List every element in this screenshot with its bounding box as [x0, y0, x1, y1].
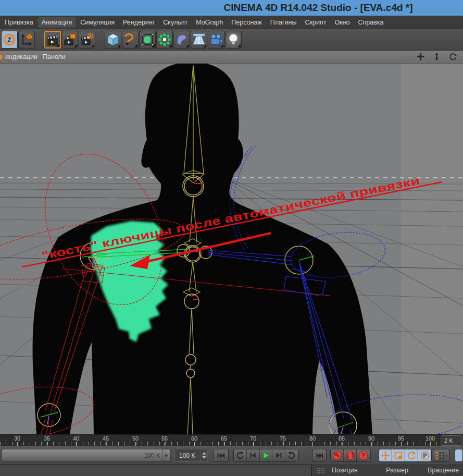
- spline-pen-button[interactable]: [122, 31, 139, 48]
- snap-dots-icon: [435, 451, 447, 460]
- light-object-button[interactable]: [225, 31, 242, 48]
- move-tool-button[interactable]: [379, 449, 392, 461]
- clipped-tool-button[interactable]: [455, 449, 463, 462]
- ruler-label-65: 65: [221, 435, 227, 442]
- rotate-tool-icon: [407, 451, 416, 460]
- dropdown-corner: [203, 44, 206, 47]
- ruler-label-85: 85: [339, 435, 345, 442]
- floor-object-button[interactable]: [191, 31, 207, 48]
- scale-tool-button[interactable]: [392, 449, 405, 461]
- viewport-menu-panels[interactable]: Панели: [43, 53, 66, 60]
- menu-simulation[interactable]: Симуляция: [77, 17, 118, 28]
- z-scale-tool-button[interactable]: Z: [1, 31, 18, 48]
- rotate-icon[interactable]: [449, 53, 457, 60]
- goto-end-icon: [315, 451, 324, 460]
- menu-window[interactable]: Окно: [331, 17, 353, 28]
- array-object-button[interactable]: [156, 31, 173, 48]
- menu-snap[interactable]: Привязка: [1, 17, 37, 28]
- spin-down-icon[interactable]: [202, 456, 206, 459]
- ruler-label-40: 40: [73, 435, 79, 442]
- autokey-icon: [345, 450, 355, 460]
- add-cube-button[interactable]: [105, 31, 121, 48]
- menu-render[interactable]: Рендеринг: [119, 17, 158, 28]
- next-key-icon: [287, 451, 296, 460]
- record-key-icon: [332, 450, 342, 460]
- ruler-label-50: 50: [132, 435, 139, 442]
- play-icon: [261, 451, 270, 460]
- svg-text:Z: Z: [7, 36, 11, 44]
- menu-animation[interactable]: Анимация: [38, 17, 76, 28]
- viewport-nav-controls: [417, 53, 457, 60]
- frame-field-value: 100 K: [175, 452, 200, 459]
- status-rotation-label: Вращение: [428, 467, 459, 474]
- prev-key-icon: [235, 451, 244, 460]
- dropdown-corner: [74, 44, 77, 47]
- menu-script[interactable]: Скрипт: [301, 17, 330, 28]
- titlebar[interactable]: CINEMA 4D R14.042 Studio - [EVA.c4d *]: [0, 0, 463, 16]
- record-key-button[interactable]: [331, 449, 344, 461]
- prev-key-button[interactable]: [234, 449, 247, 461]
- rotate-tool-button[interactable]: [405, 449, 418, 461]
- ruler-label-30: 30: [14, 435, 20, 442]
- prev-frame-icon: [248, 451, 257, 460]
- goto-end-button[interactable]: [312, 449, 327, 462]
- autokey-button[interactable]: [344, 449, 357, 461]
- help-button[interactable]: ?: [357, 449, 370, 461]
- move-tool-icon: [381, 451, 390, 460]
- spin-up-icon[interactable]: [202, 452, 206, 455]
- coordinate-system-button[interactable]: P: [418, 449, 431, 461]
- prev-frame-button[interactable]: [247, 449, 260, 461]
- viewport-menu-display[interactable]: индикации: [5, 53, 37, 60]
- ruler-label-35: 35: [44, 435, 50, 442]
- next-frame-icon: [274, 451, 283, 460]
- frame-unit-box[interactable]: 2 K: [441, 435, 462, 446]
- timeline-scrubber[interactable]: 100 K ▶: [1, 449, 171, 462]
- next-frame-button[interactable]: [272, 449, 285, 461]
- status-position-label: Позиция: [332, 467, 357, 474]
- dropdown-corner: [169, 44, 172, 47]
- menu-help[interactable]: Справка: [354, 17, 387, 28]
- coordinate-p-icon: P: [420, 451, 430, 460]
- toolbar-group-objects: [105, 31, 242, 48]
- coords-panel: Позиция Размер Вращение: [311, 465, 463, 476]
- viewport-3d[interactable]: "кость" ключицы после автоматической при…: [0, 64, 463, 434]
- pan-icon[interactable]: [417, 53, 424, 60]
- menu-character[interactable]: Персонаж: [228, 17, 265, 28]
- panel-grip-icon[interactable]: [317, 468, 325, 474]
- scrubber-drop-icon[interactable]: ▶: [162, 449, 170, 461]
- next-key-button[interactable]: [285, 449, 298, 461]
- menu-mograph[interactable]: MoGraph: [192, 17, 227, 28]
- render-settings-button[interactable]: [79, 31, 95, 48]
- ruler-label-90: 90: [368, 435, 374, 442]
- camera-object-button[interactable]: [208, 31, 224, 48]
- statusbar: Позиция Размер Вращение: [0, 464, 463, 476]
- zoom-icon[interactable]: [433, 53, 441, 60]
- render-view-button[interactable]: [44, 31, 61, 48]
- dropdown-corner: [220, 44, 223, 47]
- viewport-menubar: индикации Панели: [0, 51, 463, 64]
- svg-text:?: ?: [361, 452, 365, 459]
- ruler-minor-ticks: [0, 442, 439, 445]
- spinner-arrows[interactable]: [200, 449, 207, 461]
- dropdown-corner: [56, 44, 59, 47]
- deformer-button[interactable]: [173, 31, 190, 48]
- transport-bar: 100 K ▶ 100 K: [0, 446, 463, 464]
- render-region-button[interactable]: [61, 31, 78, 48]
- frame-field[interactable]: 100 K: [174, 449, 208, 462]
- menu-plugins[interactable]: Плагины: [267, 17, 301, 28]
- record-group: ?: [330, 449, 371, 462]
- play-button[interactable]: [260, 449, 273, 461]
- dropdown-corner: [186, 44, 189, 47]
- timeline-ruler[interactable]: 30 35 40 45 50 55 60 65 70 75 80 85 90 9…: [0, 434, 463, 446]
- ruler-label-95: 95: [398, 435, 404, 442]
- dropdown-corner: [91, 44, 94, 47]
- goto-start-button[interactable]: [213, 449, 229, 462]
- dropdown-corner: [117, 44, 120, 47]
- menu-sculpt[interactable]: Скульпт: [159, 17, 191, 28]
- application-window: CINEMA 4D R14.042 Studio - [EVA.c4d *] П…: [0, 0, 463, 476]
- viewport-light-band: [401, 64, 463, 434]
- snap-settings-button[interactable]: [433, 449, 449, 462]
- axis-tool-button[interactable]: [18, 31, 35, 48]
- goto-start-icon: [216, 451, 226, 460]
- subdivision-surface-button[interactable]: [139, 31, 156, 48]
